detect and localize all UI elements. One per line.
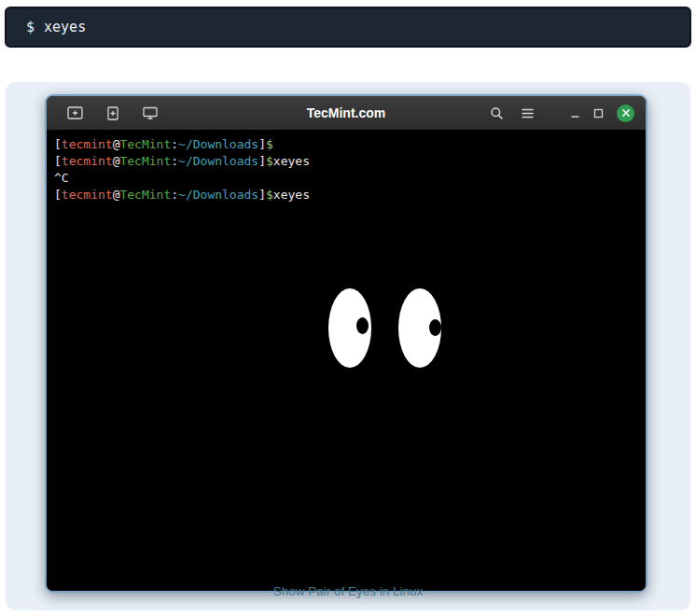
- terminal-titlebar[interactable]: TecMint.com: [47, 96, 646, 130]
- new-window-icon[interactable]: [67, 106, 83, 119]
- command-text: xeyes: [44, 19, 86, 35]
- menu-icon[interactable]: [521, 107, 535, 119]
- image-caption: Show Pair of Eyes in Linux: [6, 584, 690, 598]
- maximize-button[interactable]: [593, 108, 604, 119]
- window-controls: [570, 105, 634, 122]
- close-button[interactable]: [617, 105, 634, 122]
- minimize-button[interactable]: [570, 108, 580, 119]
- xeyes-right-eye: [398, 288, 441, 368]
- command-bar: $ xeyes: [5, 7, 691, 48]
- new-tab-icon[interactable]: [106, 106, 119, 120]
- titlebar-toolbar: [67, 106, 158, 120]
- window-title: TecMint.com: [307, 105, 386, 120]
- xeyes-left-eye: [328, 288, 371, 368]
- terminal-body: [tecmint@TecMint:~/Downloads]$[tecmint@T…: [47, 130, 646, 593]
- search-icon[interactable]: [490, 106, 504, 120]
- close-icon: [621, 108, 631, 118]
- xeyes-window[interactable]: [47, 130, 646, 593]
- terminal-window: TecMint.com: [45, 94, 647, 593]
- shell-prompt: $: [26, 19, 35, 35]
- titlebar-actions: [490, 105, 634, 122]
- xeyes-left-pupil: [356, 317, 369, 334]
- screenshot-panel: TecMint.com: [6, 82, 690, 610]
- monitor-icon[interactable]: [143, 106, 158, 119]
- xeyes-right-pupil: [429, 319, 441, 336]
